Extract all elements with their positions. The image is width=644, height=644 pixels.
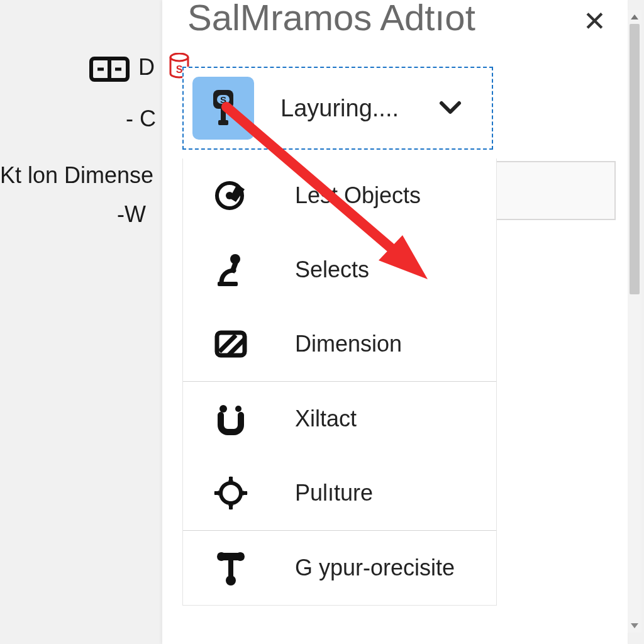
card-icon xyxy=(89,54,130,84)
panel-title: SalMramos Adtıot xyxy=(187,0,475,38)
menu-item-label: G ypur-orecisite xyxy=(295,555,455,581)
svg-point-20 xyxy=(235,406,242,412)
menu-item-dimension[interactable]: Dimension xyxy=(183,307,496,381)
scroll-up-arrow-icon[interactable] xyxy=(628,10,641,24)
svg-rect-15 xyxy=(218,282,238,286)
menu-item-lest-objects[interactable]: Lest Objects xyxy=(183,158,496,233)
svg-rect-33 xyxy=(228,559,233,578)
stamp-icon: S xyxy=(192,77,254,140)
menu-item-puliture[interactable]: Pulıture xyxy=(183,456,496,530)
menu-item-label: Xiltact xyxy=(295,406,357,432)
svg-point-4 xyxy=(170,53,188,61)
svg-text:S: S xyxy=(220,94,226,105)
svg-point-32 xyxy=(236,552,245,561)
svg-marker-35 xyxy=(631,14,638,19)
svg-point-34 xyxy=(226,575,236,586)
hatch-icon xyxy=(212,325,250,363)
vertical-scrollbar[interactable] xyxy=(628,10,641,633)
bg-text-c: - C xyxy=(126,106,156,132)
target-edit-icon xyxy=(212,177,250,214)
menu-item-selects[interactable]: Selects xyxy=(183,233,496,307)
svg-text:S: S xyxy=(176,64,183,75)
menu-item-label: Lest Objects xyxy=(295,182,421,209)
svg-rect-9 xyxy=(221,109,226,120)
layering-combobox[interactable]: S Layuring.... xyxy=(182,67,493,150)
svg-point-31 xyxy=(217,552,226,561)
bg-text-dimense: Kt lon Dimense xyxy=(0,162,153,189)
svg-point-19 xyxy=(219,405,227,413)
chevron-down-icon[interactable] xyxy=(431,89,469,127)
menu-item-xiltact[interactable]: Xiltact xyxy=(183,382,496,456)
u-dots-icon xyxy=(212,400,250,438)
bg-text-d: D xyxy=(138,54,155,80)
reticle-icon xyxy=(212,474,250,512)
scroll-down-arrow-icon[interactable] xyxy=(628,619,641,633)
svg-point-21 xyxy=(221,483,241,503)
close-button[interactable]: ✕ xyxy=(583,5,606,37)
menu-item-label: Dimension xyxy=(295,331,402,357)
menu-item-label: Selects xyxy=(295,257,369,283)
dropdown-menu: Lest Objects Selects Dimens xyxy=(182,158,497,606)
svg-marker-36 xyxy=(631,623,638,628)
combobox-label: Layuring.... xyxy=(280,95,431,122)
scrollbar-thumb[interactable] xyxy=(630,24,640,294)
menu-item-label: Pulıture xyxy=(295,480,373,506)
hammer-icon xyxy=(212,549,250,587)
microscope-icon xyxy=(212,251,250,289)
menu-item-gypur[interactable]: G ypur-orecisite xyxy=(183,531,496,605)
bg-text-w: -W xyxy=(117,201,146,228)
svg-rect-10 xyxy=(218,120,228,125)
